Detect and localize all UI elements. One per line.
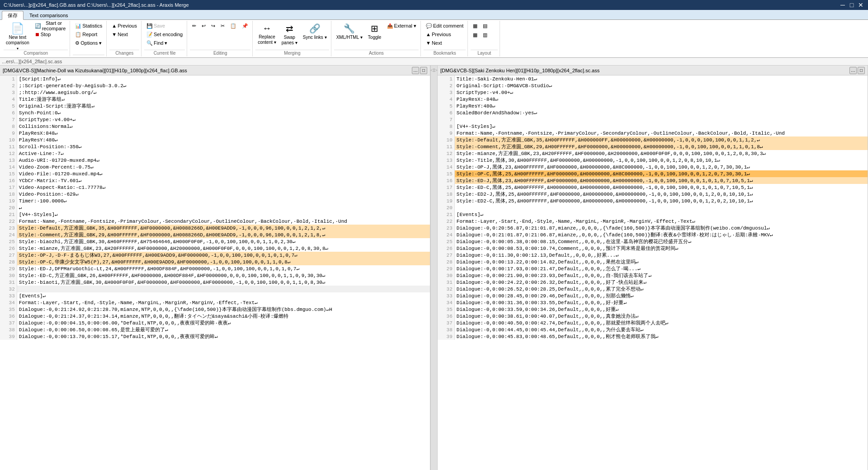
table-row: 24Style:·Comment,方正准圆_GBK,29,&H00FFFFFF,… [0, 231, 430, 238]
find-button[interactable]: 🔍 Find ▾ [144, 39, 185, 47]
line-content: Video·Zoom·Percent:·0.75↵ [17, 164, 430, 170]
right-panel: [DMG&VCB-S][Saki Zenkoku Hen][01][Hi10p_… [438, 66, 868, 470]
table-row: 35Dialogue:·0,0:00:33.59,0:00:34.26,Defa… [438, 306, 868, 313]
line-content: ;:http://www.aegisub.org/↵ [17, 89, 430, 96]
line-content: Style:·Comment,方正准圆_GBK,29,&H00FFFFFF,&H… [17, 231, 430, 238]
divider-arrow: ◁▷ [430, 67, 438, 72]
tab-save[interactable]: 保存 [2, 11, 24, 20]
line-content [454, 204, 868, 211]
xml-html-button[interactable]: 🔧 XML/HTML ▾ [334, 22, 365, 49]
table-row: 6ScaledBorderAndShadow:·yes↵ [438, 109, 868, 116]
line-content: ScriptType:·v4.00+↵ [454, 89, 868, 96]
line-content: Style:·ED2-J,黑体,25,&H00FFFFFF,&HF0000000… [454, 191, 868, 197]
line-number: 19 [0, 197, 17, 204]
line-number: 1 [438, 75, 454, 82]
line-content: Timer:·100.0000↵ [17, 197, 430, 204]
edit-btn1[interactable]: ✏ [190, 22, 198, 30]
layout-btn1[interactable]: ▦ [471, 22, 480, 30]
line-number: 36 [438, 313, 454, 320]
statistics-buttons: 📊 Statistics 📋 Report ⚙ Options ▾ [73, 22, 104, 54]
edit-btn4[interactable]: ✂ [218, 22, 227, 30]
left-panel-menu-btn[interactable]: … [412, 67, 419, 74]
line-number: 31 [438, 279, 454, 286]
changes-group-label: Changes [109, 50, 139, 56]
right-panel-menu-btn[interactable]: … [849, 67, 857, 74]
edit-btn3[interactable]: ↪ [209, 22, 217, 30]
titlebar-left: C:\Users\...]p][x264_flac].GB.ass and C:… [4, 2, 189, 8]
merging-group-label: Merging [255, 50, 329, 56]
layout-btn4[interactable]: ▥ [481, 31, 490, 39]
line-number: 20 [438, 204, 454, 211]
right-diff-content[interactable]: 1Title:·Saki·Zenkoku·Hen·01↵2Original·Sc… [438, 75, 868, 470]
line-number: 34 [438, 299, 454, 306]
start-recompare-button[interactable]: 🔄 Start orrecompare [33, 22, 68, 30]
line-number: 19 [438, 197, 454, 204]
next-label: Next [118, 32, 128, 37]
previous-bm-label: Previous [432, 32, 451, 37]
toggle-label: Toggle [368, 35, 381, 40]
line-number: 21 [0, 211, 17, 218]
ribbon-group-merging: ↔ Replacecontent ▾ ⇄ Swappanes ▾ 🔗 Sync … [254, 21, 331, 56]
left-panel-expand-btn[interactable]: □ [420, 67, 427, 74]
tab-text-comparisons[interactable]: Text comparisons [24, 10, 74, 19]
line-number: 34 [0, 299, 17, 306]
sync-label: Sync links ▾ [303, 35, 327, 40]
edit-comment-button[interactable]: 💬 Edit comment [424, 22, 466, 30]
stop-button[interactable]: ⏹ Stop [33, 30, 68, 38]
sync-links-button[interactable]: 🔗 Sync links ▾ [301, 22, 329, 49]
new-comparison-button[interactable]: 📄 New textcomparison ▾ [4, 22, 32, 49]
path-text: ...ers\...][x264_2flac].sc.ass [2, 59, 62, 64]
changes-buttons: ▲ Previous ▼ Next [109, 22, 139, 49]
toggle-button[interactable]: ⊞ Toggle [366, 22, 384, 49]
line-content: PlayResY:480↵ [17, 136, 430, 143]
line-content: Style:·biaozhi,方正准圆_GBK,30,&H60FFFFFF,&H… [17, 238, 430, 245]
left-diff-content[interactable]: 1[Script:Info]↵2;:Script·generated·by·Ae… [0, 75, 430, 470]
swap-panes-button[interactable]: ⇄ Swappanes ▾ [279, 22, 300, 49]
new-compare-icon: 📄 [11, 23, 24, 34]
edit-btn2[interactable]: ↩ [199, 22, 208, 30]
previous-change-button[interactable]: ▲ Previous [109, 22, 139, 30]
set-encoding-button[interactable]: 📝 Set encoding [144, 30, 185, 38]
edit-btn6[interactable]: 📌 [240, 22, 250, 30]
line-number: 38 [0, 326, 17, 333]
line-content: Dialogue:·0,0:00:13.70,0:00:15.17,*Defau… [17, 333, 430, 340]
line-number: 33 [438, 292, 454, 299]
comparison-buttons: 📄 New textcomparison ▾ 🔄 Start orrecompa… [4, 22, 68, 49]
table-row: 4PlayResX:·848↵ [438, 96, 868, 103]
next-change-button[interactable]: ▼ Next [109, 30, 139, 38]
app-title: C:\Users\...]p][x264_flac].GB.ass and C:… [4, 2, 189, 8]
line-content: Dialogue:·0,0:00:28.45,0:00:29.46,Defaul… [454, 292, 868, 299]
next-bookmark-button[interactable]: ▼ Next [424, 39, 466, 47]
line-content: Style:·ED-C,方正准圆_GBK,26,&H00FFFFFF,&HF00… [17, 272, 430, 279]
find-icon: 🔍 [146, 40, 153, 46]
options-button[interactable]: ⚙ Options ▾ [73, 39, 104, 47]
replace-content-button[interactable]: ↔ Replacecontent ▾ [255, 22, 278, 49]
report-button[interactable]: 📋 Report [73, 30, 104, 38]
minimize-button[interactable]: ─ [839, 1, 846, 9]
layout-icons: ▦ ▤ ▦ ▥ [471, 22, 498, 39]
previous-bookmark-button[interactable]: ▲ Previous [424, 30, 466, 38]
save-button[interactable]: 💾 Save [144, 22, 185, 30]
table-row: 32Dialogue:·0,0:00:26.52,0:00:28.25,Defa… [438, 286, 868, 292]
table-row: 19Timer:·100.0000↵ [0, 197, 430, 204]
line-number: 14 [0, 164, 17, 170]
external-button[interactable]: 📤 External ▾ [385, 22, 419, 30]
right-panel-expand-btn[interactable]: □ [858, 67, 865, 74]
bookmarks-group-label: Bookmarks [424, 50, 466, 56]
layout-btn3[interactable]: ▦ [471, 31, 480, 39]
layout-btn2[interactable]: ▤ [481, 22, 490, 30]
table-row: 1[Script:Info]↵ [0, 75, 430, 82]
table-row: 15Style:·OP-C,黑体,25,&H00FFFFFF,&HF000000… [438, 170, 868, 177]
line-number: 22 [0, 218, 17, 225]
center-divider[interactable]: ◁▷ [430, 66, 438, 470]
statistics-button[interactable]: 📊 Statistics [73, 22, 104, 30]
edit-btn5[interactable]: 📋 [228, 22, 239, 30]
restore-button[interactable]: □ [848, 1, 855, 9]
options-icon: ⚙ [75, 40, 80, 46]
table-row: 28Style:·OP-C,华康少女文字W5(P),27,&H00FFFFFF,… [0, 258, 430, 265]
line-content: [Events]↵ [454, 211, 868, 218]
current-file-group-label: Current file [144, 50, 185, 56]
ext-col: 📤 External ▾ [385, 22, 419, 30]
close-button[interactable]: ✕ [857, 1, 864, 9]
xml-icon: 🔧 [344, 23, 355, 34]
